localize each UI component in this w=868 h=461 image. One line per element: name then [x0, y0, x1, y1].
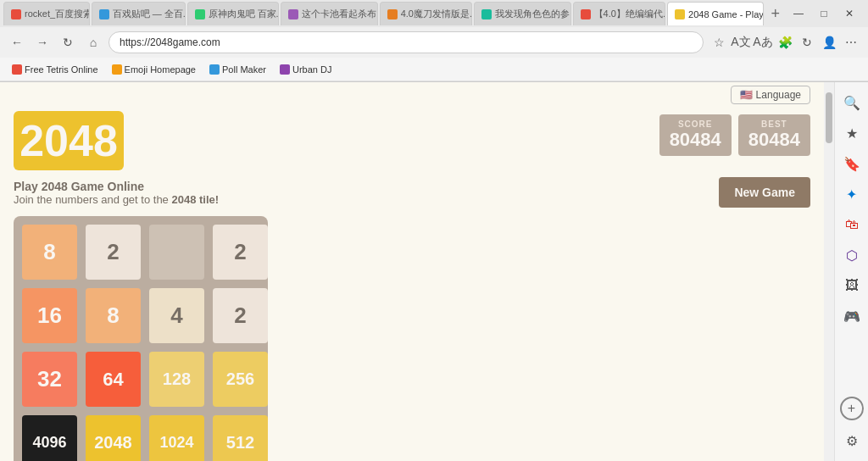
bookmark-poll[interactable]: Poll Maker [204, 63, 271, 76]
sidebar-shopping-icon[interactable]: 🛍 [838, 211, 865, 238]
bookmark-favicon [112, 64, 122, 75]
game-title: Play 2048 Game Online [14, 180, 219, 193]
tab-label: 这个卡池看起杀布... [302, 8, 378, 20]
tab-4[interactable]: 这个卡池看起杀布... ✕ [281, 2, 378, 25]
bookmark-emoji[interactable]: Emoji Homepage [107, 63, 201, 76]
tab-5[interactable]: 4.0魔刀发情版是... ✕ [380, 2, 472, 25]
tile-0-2 [149, 225, 204, 280]
tab-6[interactable]: 我发现角色色的参... ✕ [474, 2, 571, 25]
read-aloud-icon[interactable]: Aあ [753, 32, 773, 53]
score-label: SCORE [670, 119, 721, 129]
translate-icon[interactable]: A文 [731, 32, 751, 53]
sidebar-search-icon[interactable]: 🔍 [838, 89, 865, 116]
tile-1-0: 16 [22, 288, 77, 343]
score-value: 80484 [670, 129, 721, 151]
bookmark-label: Emoji Homepage [125, 64, 196, 75]
tile-0-3: 2 [213, 225, 268, 280]
new-game-button[interactable]: New Game [719, 177, 810, 208]
bookmark-favicon [280, 64, 290, 75]
language-button[interactable]: 🇺🇸 Language [731, 86, 810, 104]
tab-label: rocket_百度搜索 [25, 8, 90, 20]
tile-1-1: 8 [86, 288, 141, 343]
tab-label: 原神肉鬼吧 百家... [209, 8, 280, 20]
bookmark-label: Free Tetris Online [25, 64, 98, 75]
tab-7[interactable]: 【4.0】绝编编代... ✕ [573, 2, 665, 25]
sidebar-apps-icon[interactable]: ⬡ [838, 242, 865, 269]
tab-1[interactable]: rocket_百度搜索 ✕ [3, 2, 90, 25]
sidebar-copilot-icon[interactable]: ✦ [838, 181, 865, 208]
tile-2-2: 128 [149, 352, 204, 407]
score-box: SCORE 80484 [659, 114, 732, 156]
maximize-button[interactable]: □ [812, 2, 836, 25]
scrollbar[interactable] [824, 82, 834, 461]
tile-3-0: 4096 [22, 415, 77, 461]
browser-chrome: rocket_百度搜索 ✕ 百戏贴吧 — 全百... ✕ 原神肉鬼吧 百家...… [0, 0, 868, 82]
best-value: 80484 [748, 129, 800, 151]
tab-label: 【4.0】绝编编代... [594, 8, 665, 20]
refresh-button[interactable]: ↻ [58, 32, 78, 53]
subtitle-text: Join the numbers and get to the [14, 193, 169, 206]
bookmark-label: Poll Maker [222, 64, 266, 75]
game-desc-text: Play 2048 Game Online Join the numbers a… [14, 180, 219, 206]
profile-icon[interactable]: 👤 [819, 32, 839, 53]
sidebar-favorites-icon[interactable]: ★ [838, 119, 865, 147]
tab-favicon [481, 9, 492, 19]
bookmark-favicon [12, 64, 22, 75]
bookmark-tetris[interactable]: Free Tetris Online [7, 63, 103, 76]
close-button[interactable]: ✕ [837, 2, 861, 25]
tile-1-3: 2 [213, 288, 268, 343]
back-button[interactable]: ← [7, 32, 27, 53]
tab-favicon [195, 9, 205, 19]
sidebar-add-button[interactable]: + [840, 397, 864, 420]
scrollbar-thumb[interactable] [826, 92, 832, 143]
tab-3[interactable]: 原神肉鬼吧 百家... ✕ [187, 2, 280, 25]
bookmark-dj[interactable]: Urban DJ [275, 63, 337, 76]
tab-2[interactable]: 百戏贴吧 — 全百... ✕ [92, 2, 186, 25]
game-description: Play 2048 Game Online Join the numbers a… [14, 177, 810, 208]
tile-0-1: 2 [86, 225, 141, 280]
tile-3-2: 1024 [149, 415, 204, 461]
language-label: Language [756, 89, 801, 101]
language-area: 🇺🇸 Language [14, 82, 810, 104]
page-area: 🇺🇸 Language 2048 SCORE 80484 BEST 80484 [0, 82, 868, 461]
window-controls: — □ ✕ [787, 2, 865, 25]
new-tab-button[interactable]: + [765, 5, 785, 23]
sidebar-collections-icon[interactable]: 🔖 [838, 150, 865, 177]
sidebar-tools-icon[interactable]: 🖼 [838, 272, 865, 299]
tab-bar: rocket_百度搜索 ✕ 百戏贴吧 — 全百... ✕ 原神肉鬼吧 百家...… [0, 0, 868, 27]
tile-2-1: 64 [86, 352, 141, 407]
game-board[interactable]: 8 2 2 16 8 4 2 32 64 128 256 4096 2048 1… [14, 216, 268, 461]
address-bar-row: ← → ↻ ⌂ ☆ A文 Aあ 🧩 ↻ 👤 ⋯ [0, 27, 868, 58]
game-wrapper: 🇺🇸 Language 2048 SCORE 80484 BEST 80484 [0, 82, 824, 461]
bookmark-favicon [209, 64, 220, 75]
tile-0-0: 8 [22, 225, 77, 280]
settings-icon[interactable]: ⋯ [841, 32, 861, 53]
tab-label: 2048 Game - Play... [688, 9, 764, 19]
tab-favicon [675, 9, 685, 19]
tab-favicon [581, 9, 591, 19]
tab-label: 我发现角色色的参... [495, 8, 571, 20]
favorites-icon[interactable]: ☆ [709, 32, 729, 53]
tile-2-0: 32 [22, 352, 77, 407]
tab-favicon [387, 9, 398, 19]
sidebar-settings-icon[interactable]: ⚙ [838, 427, 865, 454]
tab-favicon [99, 9, 109, 19]
game-logo: 2048 [14, 111, 124, 170]
tile-1-2: 4 [149, 288, 204, 343]
home-button[interactable]: ⌂ [83, 32, 103, 53]
extensions-icon[interactable]: 🧩 [775, 32, 795, 53]
minimize-button[interactable]: — [787, 2, 810, 25]
refresh-icon-2[interactable]: ↻ [797, 32, 817, 53]
address-input[interactable] [108, 31, 704, 53]
edge-sidebar: 🔍 ★ 🔖 ✦ 🛍 ⬡ 🖼 🎮 + ⚙ [834, 82, 868, 461]
page-content: 🇺🇸 Language 2048 SCORE 80484 BEST 80484 [0, 82, 824, 461]
tile-3-3: 512 [213, 415, 268, 461]
tab-active[interactable]: 2048 Game - Play... ✕ [667, 2, 764, 25]
tile-2-3: 256 [213, 352, 268, 407]
best-label: BEST [748, 119, 800, 129]
forward-button[interactable]: → [32, 32, 53, 53]
game-subtitle: Join the numbers and get to the 2048 til… [14, 193, 219, 206]
toolbar-icons: ☆ A文 Aあ 🧩 ↻ 👤 ⋯ [709, 32, 861, 53]
sidebar-games-icon[interactable]: 🎮 [838, 303, 865, 330]
tab-label: 百戏贴吧 — 全百... [113, 8, 186, 20]
